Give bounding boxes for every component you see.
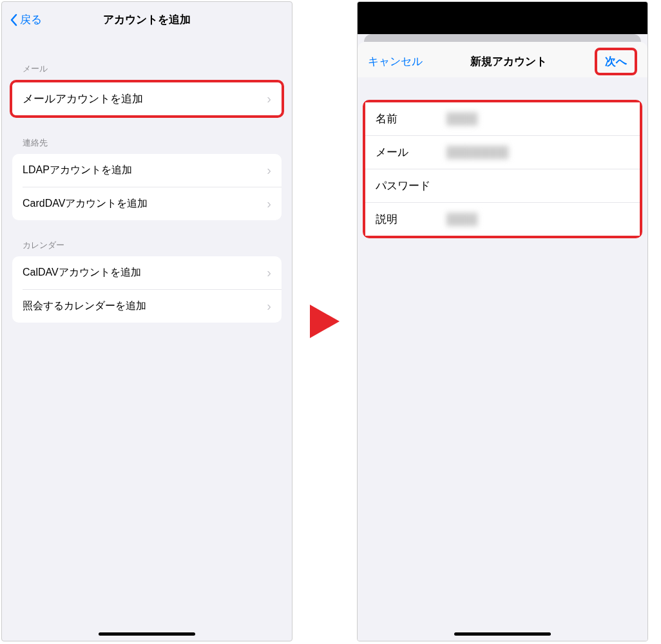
chevron-right-icon: › bbox=[267, 196, 271, 211]
chevron-right-icon: › bbox=[267, 299, 271, 314]
modal-title: 新規アカウント bbox=[470, 54, 547, 69]
cell-label: 照会するカレンダーを追加 bbox=[23, 299, 146, 313]
cell-label: CardDAVアカウントを追加 bbox=[23, 197, 148, 211]
modal-navbar: キャンセル 新規アカウント 次へ bbox=[358, 42, 647, 77]
row-desc[interactable]: 説明 ████ bbox=[365, 202, 640, 236]
chevron-right-icon: › bbox=[267, 91, 271, 106]
back-button[interactable]: 戻る bbox=[10, 12, 42, 27]
highlight-next: 次へ bbox=[595, 48, 637, 75]
cancel-button[interactable]: キャンセル bbox=[368, 54, 423, 69]
row-mail[interactable]: メール ████████ bbox=[365, 135, 640, 169]
section-header-calendar: カレンダー bbox=[2, 220, 292, 256]
status-bar-area bbox=[358, 2, 647, 34]
home-indicator[interactable] bbox=[454, 632, 551, 636]
cell-caldav[interactable]: CalDAVアカウントを追加 › bbox=[12, 256, 282, 289]
highlight-form: 名前 ████ メール ████████ パスワード 説明 ████ bbox=[363, 100, 642, 238]
cell-label: LDAPアカウントを追加 bbox=[23, 164, 132, 177]
page-title: アカウントを追加 bbox=[2, 12, 292, 27]
cell-label: CalDAVアカウントを追加 bbox=[23, 266, 141, 279]
row-name[interactable]: 名前 ████ bbox=[365, 102, 640, 135]
label-password: パスワード bbox=[376, 178, 446, 193]
label-desc: 説明 bbox=[376, 212, 446, 227]
left-screen: 戻る アカウントを追加 メール メールアカウントを追加 › 連絡先 LDAPアカ… bbox=[1, 1, 292, 641]
home-indicator[interactable] bbox=[99, 632, 195, 636]
section-header-contacts: 連絡先 bbox=[2, 118, 292, 154]
cell-label: メールアカウントを追加 bbox=[23, 91, 143, 106]
back-label: 戻る bbox=[20, 12, 42, 27]
cell-subscribed-calendar[interactable]: 照会するカレンダーを追加 › bbox=[12, 289, 282, 323]
row-password[interactable]: パスワード bbox=[365, 169, 640, 202]
cell-ldap[interactable]: LDAPアカウントを追加 › bbox=[12, 154, 282, 187]
arrow-right-icon bbox=[310, 305, 340, 338]
chevron-right-icon: › bbox=[267, 163, 271, 178]
navbar: 戻る アカウントを追加 bbox=[2, 2, 292, 37]
value-name[interactable]: ████ bbox=[446, 113, 629, 126]
right-screen: キャンセル 新規アカウント 次へ 名前 ████ メール ████████ パス… bbox=[357, 1, 648, 641]
value-desc[interactable]: ████ bbox=[446, 213, 629, 226]
contacts-group: LDAPアカウントを追加 › CardDAVアカウントを追加 › bbox=[12, 154, 282, 220]
label-mail: メール bbox=[376, 145, 446, 160]
arrow-separator bbox=[305, 1, 344, 641]
cell-add-mail-account[interactable]: メールアカウントを追加 › bbox=[12, 82, 282, 115]
cell-carddav[interactable]: CardDAVアカウントを追加 › bbox=[12, 187, 282, 220]
chevron-left-icon bbox=[10, 14, 17, 26]
calendar-group: CalDAVアカウントを追加 › 照会するカレンダーを追加 › bbox=[12, 256, 282, 323]
account-form: 名前 ████ メール ████████ パスワード 説明 ████ bbox=[365, 102, 640, 236]
next-button[interactable]: 次へ bbox=[600, 52, 632, 71]
chevron-right-icon: › bbox=[267, 265, 271, 280]
label-name: 名前 bbox=[376, 111, 446, 126]
modal-sheet: キャンセル 新規アカウント 次へ 名前 ████ メール ████████ パス… bbox=[358, 42, 647, 641]
highlight-mail-account: メールアカウントを追加 › bbox=[10, 80, 284, 118]
value-mail[interactable]: ████████ bbox=[446, 146, 629, 159]
section-header-mail: メール bbox=[2, 37, 292, 80]
